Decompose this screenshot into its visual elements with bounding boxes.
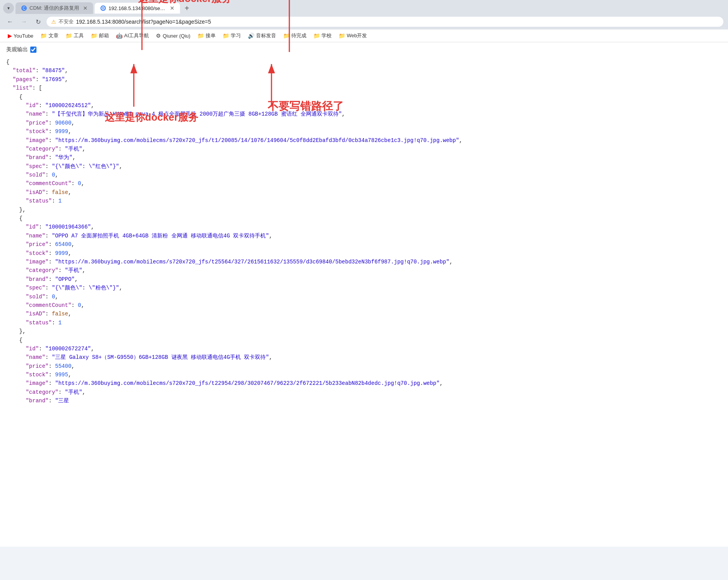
bookmark-mail[interactable]: 📁 邮箱 [88, 31, 112, 40]
bookmark-ai-nav-label: AI工具导航 [124, 32, 149, 39]
bookmark-webdev[interactable]: 📁 Web开发 [335, 31, 370, 40]
bookmark-github[interactable]: ⚙ Qiuner (Qiu) [153, 31, 194, 40]
bookmark-articles[interactable]: 📁 文章 [37, 31, 62, 40]
bookmark-youtube-label: YouTube [14, 33, 33, 39]
pretty-print-row: 美观输出 [6, 46, 722, 53]
security-warning-icon: ⚠ [51, 19, 56, 25]
pronunciation-icon: 🔊 [248, 33, 254, 39]
bookmark-school-label: 学校 [322, 32, 332, 39]
back-button[interactable]: ← [5, 16, 16, 27]
orders-icon: 📁 [197, 33, 204, 39]
tab-label-cdm: CDM: 通信的多路复用 [29, 5, 79, 12]
bookmark-youtube[interactable]: ▶ YouTube [5, 31, 36, 40]
study-icon: 📁 [223, 33, 229, 39]
webdev-icon: 📁 [339, 33, 345, 39]
bookmark-tools-label: 工具 [74, 32, 84, 39]
address-bar: ← → ↻ ⚠ 不安全 192.168.5.134:8080/search/li… [0, 14, 728, 29]
page-content: 美观输出 这里是你docker服务 [0, 42, 728, 547]
bookmark-ai-nav[interactable]: 🤖 AI工具导航 [113, 31, 152, 40]
tab-label-search: 192.168.5.134:8080/search/li... [109, 5, 166, 11]
tab-favicon-search [100, 5, 106, 11]
tab-search[interactable]: 192.168.5.134:8080/search/li... ✕ [95, 3, 180, 14]
tab-bar: ▾ C CDM: 通信的多路复用 ✕ 192.168.5.134:8080/se… [0, 0, 728, 14]
bookmark-orders-label: 接单 [206, 32, 216, 39]
pretty-print-label: 美观输出 [6, 46, 28, 53]
json-output: { "total": "88475", "pages": "17695", "l… [6, 58, 722, 405]
bookmark-pronunciation-label: 音标发音 [256, 32, 276, 39]
bookmark-webdev-label: Web开发 [347, 32, 367, 39]
bookmark-orders[interactable]: 📁 接单 [194, 31, 219, 40]
security-label: 不安全 [59, 18, 74, 25]
bookmark-github-label: Qiuner (Qiu) [163, 33, 190, 39]
svg-text:C: C [22, 6, 25, 10]
articles-icon: 📁 [40, 33, 47, 39]
tab-close-cdm[interactable]: ✕ [83, 5, 88, 11]
bookmark-tools[interactable]: 📁 工具 [62, 31, 87, 40]
mail-icon: 📁 [91, 33, 97, 39]
tab-favicon-cdm: C [21, 5, 27, 11]
youtube-icon: ▶ [8, 33, 12, 39]
bookmark-todo[interactable]: 📁 待完成 [280, 31, 310, 40]
address-input[interactable]: ⚠ 不安全 192.168.5.134:8080/search/list?pag… [47, 17, 723, 27]
bookmark-articles-label: 文章 [48, 32, 59, 39]
forward-button[interactable]: → [19, 16, 29, 27]
todo-icon: 📁 [283, 33, 290, 39]
bookmark-study[interactable]: 📁 学习 [220, 31, 244, 40]
bookmark-pronunciation[interactable]: 🔊 音标发音 [245, 31, 279, 40]
bookmarks-bar: ▶ YouTube 📁 文章 📁 工具 📁 邮箱 🤖 AI工具导航 ⚙ Qi [0, 29, 728, 42]
bookmark-mail-label: 邮箱 [99, 32, 109, 39]
tools-icon: 📁 [66, 33, 72, 39]
new-tab-button[interactable]: + [182, 3, 192, 14]
bookmark-todo-label: 待完成 [291, 32, 306, 39]
reload-button[interactable]: ↻ [33, 16, 43, 27]
github-icon: ⚙ [156, 33, 161, 39]
pretty-print-checkbox[interactable] [30, 47, 36, 53]
tab-dropdown-button[interactable]: ▾ [3, 3, 14, 14]
address-text: 192.168.5.134:8080/search/list?pageNo=1&… [76, 19, 719, 25]
tab-cdm[interactable]: C CDM: 通信的多路复用 ✕ [16, 2, 93, 14]
bookmark-school[interactable]: 📁 学校 [310, 31, 335, 40]
tab-close-search[interactable]: ✕ [170, 5, 175, 11]
bookmark-study-label: 学习 [231, 32, 241, 39]
ai-nav-icon: 🤖 [116, 33, 123, 39]
school-icon: 📁 [313, 33, 320, 39]
